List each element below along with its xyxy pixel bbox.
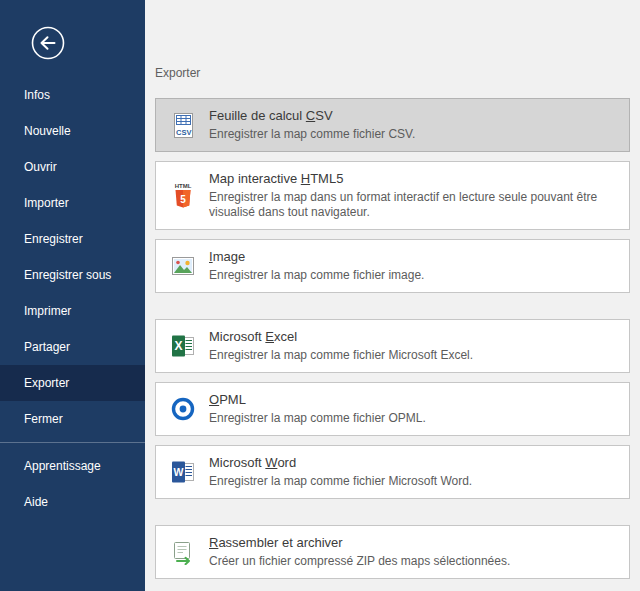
sidebar-item-label: Enregistrer <box>24 232 83 246</box>
sidebar-item-enregistrer-sous[interactable]: Enregistrer sous <box>0 257 145 293</box>
svg-text:CSV: CSV <box>176 127 191 136</box>
svg-text:5: 5 <box>180 193 186 204</box>
html5-icon: HTML 5 <box>168 182 198 210</box>
export-option-description: Créer un fichier compressé ZIP des maps … <box>209 554 510 569</box>
export-option-opml[interactable]: OPML Enregistrer la map comme fichier OP… <box>155 382 630 436</box>
sidebar-divider <box>0 442 145 443</box>
sidebar-item-label: Fermer <box>24 412 63 426</box>
export-option-text: OPML Enregistrer la map comme fichier OP… <box>209 392 426 426</box>
export-option-description: Enregistrer la map comme fichier image. <box>209 268 424 283</box>
sidebar-item-imprimer[interactable]: Imprimer <box>0 293 145 329</box>
export-option-title: OPML <box>209 392 426 408</box>
excel-icon: X <box>168 332 198 360</box>
sidebar-item-label: Nouvelle <box>24 124 71 138</box>
export-option-title: Map interactive HTML5 <box>209 171 617 187</box>
export-option-excel[interactable]: X Microsoft Excel Enregistrer la map com… <box>155 319 630 373</box>
export-option-archive[interactable]: Rassembler et archiver Créer un fichier … <box>155 525 630 579</box>
sidebar-item-label: Ouvrir <box>24 160 57 174</box>
export-option-description: Enregistrer la map comme fichier Microso… <box>209 348 473 363</box>
export-option-image[interactable]: Image Enregistrer la map comme fichier i… <box>155 239 630 293</box>
sidebar-item-nouvelle[interactable]: Nouvelle <box>0 113 145 149</box>
export-option-title: Microsoft Excel <box>209 329 473 345</box>
export-option-text: Microsoft Word Enregistrer la map comme … <box>209 455 472 489</box>
sidebar-item-label: Exporter <box>24 376 69 390</box>
sidebar-item-exporter[interactable]: Exporter <box>0 365 145 401</box>
sidebar-item-fermer[interactable]: Fermer <box>0 401 145 437</box>
sidebar-item-enregistrer[interactable]: Enregistrer <box>0 221 145 257</box>
backstage-view: Infos Nouvelle Ouvrir Importer Enregistr… <box>0 0 640 591</box>
back-arrow-icon <box>30 25 66 61</box>
csv-file-icon: CSV <box>168 111 198 139</box>
export-option-title: Feuille de calcul CSV <box>209 108 415 124</box>
export-option-word[interactable]: W Microsoft Word Enregistrer la map comm… <box>155 445 630 499</box>
word-icon: W <box>168 458 198 486</box>
sidebar-item-importer[interactable]: Importer <box>0 185 145 221</box>
back-button[interactable] <box>30 25 66 61</box>
sidebar-item-infos[interactable]: Infos <box>0 77 145 113</box>
export-option-title: Rassembler et archiver <box>209 535 510 551</box>
export-option-description: Enregistrer la map dans un format intera… <box>209 190 617 220</box>
sidebar: Infos Nouvelle Ouvrir Importer Enregistr… <box>0 0 145 591</box>
sidebar-item-label: Imprimer <box>24 304 71 318</box>
image-icon <box>168 252 198 280</box>
sidebar-item-aide[interactable]: Aide <box>0 484 145 520</box>
export-option-description: Enregistrer la map comme fichier OPML. <box>209 411 426 426</box>
svg-text:HTML: HTML <box>175 183 192 189</box>
export-option-title: Microsoft Word <box>209 455 472 471</box>
sidebar-item-apprentissage[interactable]: Apprentissage <box>0 448 145 484</box>
sidebar-item-label: Partager <box>24 340 70 354</box>
sidebar-item-label: Enregistrer sous <box>24 268 111 282</box>
export-option-text: Image Enregistrer la map comme fichier i… <box>209 249 424 283</box>
export-option-text: Microsoft Excel Enregistrer la map comme… <box>209 329 473 363</box>
export-panel: Exporter CSV Feuille de calcul CSV Enreg… <box>145 0 640 591</box>
sidebar-item-label: Importer <box>24 196 69 210</box>
export-option-text: Map interactive HTML5 Enregistrer la map… <box>209 171 617 220</box>
export-option-description: Enregistrer la map comme fichier CSV. <box>209 127 415 142</box>
opml-icon <box>168 395 198 423</box>
export-option-text: Rassembler et archiver Créer un fichier … <box>209 535 510 569</box>
archive-icon <box>168 538 198 566</box>
export-option-html5[interactable]: HTML 5 Map interactive HTML5 Enregistrer… <box>155 161 630 230</box>
sidebar-item-partager[interactable]: Partager <box>0 329 145 365</box>
sidebar-item-label: Infos <box>24 88 50 102</box>
sidebar-item-ouvrir[interactable]: Ouvrir <box>0 149 145 185</box>
export-option-description: Enregistrer la map comme fichier Microso… <box>209 474 472 489</box>
export-option-csv[interactable]: CSV Feuille de calcul CSV Enregistrer la… <box>155 98 630 152</box>
sidebar-item-label: Apprentissage <box>24 459 101 473</box>
sidebar-item-label: Aide <box>24 495 48 509</box>
page-title: Exporter <box>155 66 630 80</box>
svg-text:W: W <box>174 466 184 478</box>
svg-text:X: X <box>174 339 182 353</box>
export-option-text: Feuille de calcul CSV Enregistrer la map… <box>209 108 415 142</box>
export-option-title: Image <box>209 249 424 265</box>
